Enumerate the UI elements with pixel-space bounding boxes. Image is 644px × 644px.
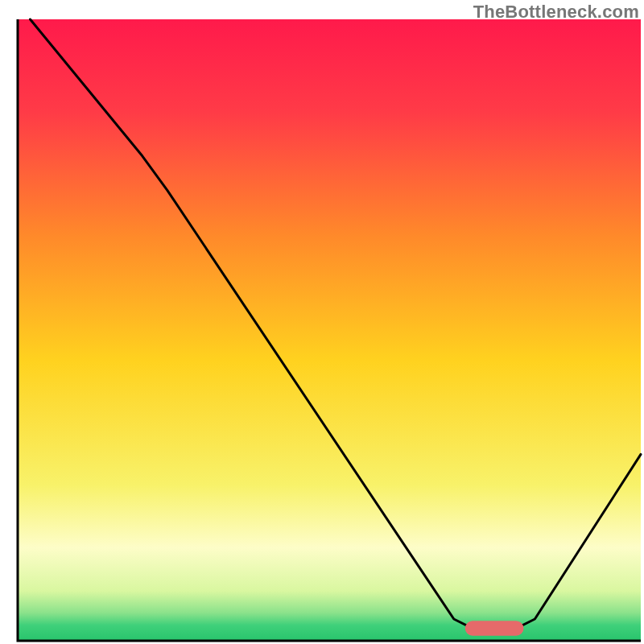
watermark-text: TheBottleneck.com [473,2,639,23]
plot-background [18,19,641,641]
bottleneck-chart [0,0,644,644]
chart-container: TheBottleneck.com [0,0,644,644]
